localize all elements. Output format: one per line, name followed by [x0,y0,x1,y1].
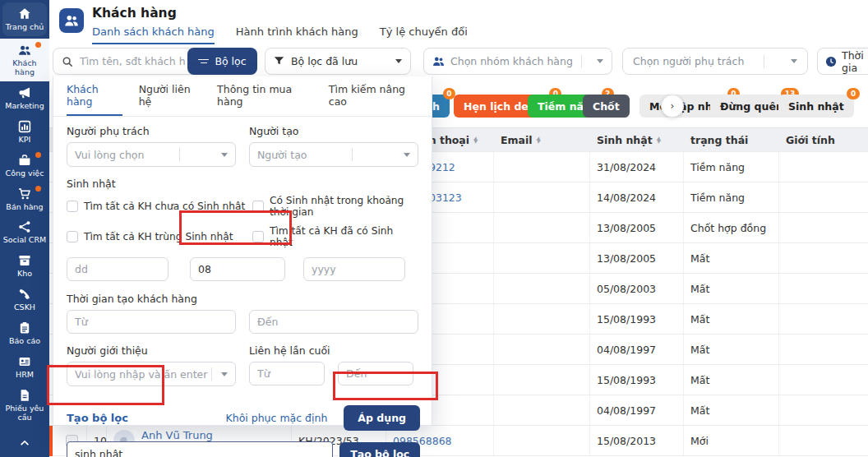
sidebar-item-cskh[interactable]: CSKH [0,283,49,316]
search-input[interactable] [80,55,185,67]
panel-tab-thong-tin-mua-hang[interactable]: Thông tin mua hàng [217,83,312,116]
sidebar-item-phieu-yeu-cau[interactable]: Phiếu yêu cầu [0,384,49,427]
phone-icon [18,288,31,301]
idcard-icon [18,355,31,368]
status-cell: Chốt hợp đồng [684,213,779,242]
sidebar-item-trang-chu[interactable]: Trang chủ [2,2,47,36]
header-gender-cell: Giới tính [779,128,868,151]
tab-ty-le-chuyen-doi[interactable]: Tỷ lệ chuyển đổi [380,25,468,44]
search-icon [62,56,73,67]
apply-button[interactable]: Áp dụng [344,405,420,431]
birthday-cell: 15/08/1993 [590,304,684,334]
clock-icon [825,56,837,67]
panel-tab-khach-hang[interactable]: Khách hàng [67,83,122,116]
birthday-day-input[interactable] [67,257,169,281]
chevron-up-icon [19,437,30,449]
module-icon-tile [59,8,84,33]
status-cell: Tiềm năng [684,182,779,212]
chevron-down-icon [404,153,410,157]
birthday-cell: 15/08/2013 [590,426,684,455]
divider [179,148,180,161]
users-icon [18,44,31,57]
birthday-month-input[interactable] [190,257,285,281]
sidebar-item-cong-viec[interactable]: Công việc [0,149,49,182]
tab-hanh-trinh-khach-hang[interactable]: Hành trình khách hàng [236,25,358,44]
checkbox-no-birthday[interactable]: Tìm tất cả KH chưa có Sinh nhật [67,195,252,218]
sort-icon[interactable]: ▲▼ [537,136,541,144]
creator-select[interactable]: Người tạo [249,142,418,167]
sidebar-item-kpi[interactable]: KPI [0,115,49,149]
sidebar-item-hrm[interactable]: HRM [0,350,49,384]
saved-filter-dropdown[interactable]: Bộ lọc đã lưu [265,48,411,75]
megaphone-icon [18,86,31,99]
birthday-cell: 13/08/2005 [590,243,684,273]
last-contact-to-input[interactable] [338,362,413,385]
status-chip-sinh-nhat[interactable]: Sinh nhật 0 [778,95,854,118]
chevron-down-icon [395,59,402,63]
cart-icon [18,187,31,201]
file-icon [18,389,31,402]
birthday-cell: 13/08/2005 [590,213,684,242]
status-cell: Mất [684,395,779,425]
last-contact-from-input[interactable] [249,362,325,385]
chips-expand-button[interactable]: › [661,95,684,118]
tab-danh-sach-khach-hang[interactable]: Danh sách khách hàng [92,25,215,44]
filter-name-input[interactable] [67,441,333,457]
divider [352,148,353,161]
status-cell: Mới [684,426,779,455]
header-birthday-cell: Sinh nhật▲▼ [590,128,684,151]
checkbox-has-birthday[interactable]: Tìm tất cả KH đã có Sinh nhật [252,225,418,248]
page-title: Khách hàng [92,6,177,21]
notification-dot [35,42,41,48]
birthday-cell: 14/08/2024 [590,182,684,212]
row-highlight-bar [49,426,53,456]
birthday-year-input[interactable] [303,257,405,281]
created-from-input[interactable] [67,310,236,334]
header-tabs: Danh sách khách hàng Hành trình khách hà… [92,25,468,44]
time-filter-button[interactable]: Thời gia [817,48,868,75]
status-cell: Mất [684,274,779,303]
birthday-cell: 31/08/2024 [590,152,684,182]
sidebar-item-kho[interactable]: Kho [0,249,49,283]
status-chip-chot[interactable]: Chốt [583,95,630,118]
create-filter-button[interactable]: Tạo bộ lọc [339,442,420,457]
count-badge: 0 [847,88,859,99]
sidebar-item-marketing[interactable]: Marketing [0,81,49,115]
created-to-input[interactable] [249,310,418,334]
briefcase-icon [18,154,31,167]
panel-tab-nguoi-lien-he[interactable]: Người liên hệ [139,83,201,116]
sidebar-item-khach-hang[interactable]: Khách hàng [0,39,49,81]
sidebar-item-ban-hang[interactable]: Bán hàng [0,182,49,216]
notification-dot [35,152,41,158]
sidebar-item-social-crm[interactable]: Social CRM [0,215,49,249]
created-time-label: Thời gian tạo khách hàng [67,293,418,305]
report-icon [18,321,31,335]
header-email-cell: Email▲▼ [494,128,590,151]
sidebar-item-bao-cao[interactable]: Báo cáo [0,316,49,350]
sort-icon[interactable]: ▲▼ [657,136,661,144]
owner-select[interactable]: Vui lòng chọn [67,142,236,167]
divider [581,55,582,68]
filter-panel-tabs: Khách hàng Người liên hệ Thông tin mua h… [53,76,432,117]
birthday-cell: 05/08/2003 [590,274,684,303]
owner-select[interactable]: Chọn người phụ trách [622,48,808,75]
notification-dot [35,186,41,192]
users-icon [432,55,445,67]
customer-group-select[interactable]: Chọn nhóm khách hàng [423,48,612,75]
restore-default-link[interactable]: Khôi phục mặc định [226,412,328,424]
status-cell: Mất [684,243,779,273]
checkbox-same-birthday[interactable]: Tìm tất cả KH trùng Sinh nhật [67,225,252,248]
checkbox-birthday-in-range[interactable]: Có Sinh nhật trong khoảng thời gian [252,195,418,218]
home-icon [18,7,31,21]
filter-button[interactable]: Bộ lọc [187,48,257,75]
panel-tab-tim-kiem-nang-cao[interactable]: Tìm kiếm nâng cao [329,83,418,116]
create-filter-label: Tạo bộ lọc [67,412,128,424]
chevron-down-icon [791,59,797,63]
archive-icon [18,254,31,267]
sidebar-collapse-button[interactable] [0,431,49,457]
filter-lines-icon [198,58,209,65]
referrer-select[interactable]: Vui lòng nhập và ấn enter [67,362,236,386]
sort-icon[interactable]: ▲▼ [473,136,478,144]
divider [764,55,764,68]
birthday-cell: 04/08/1997 [590,335,684,364]
